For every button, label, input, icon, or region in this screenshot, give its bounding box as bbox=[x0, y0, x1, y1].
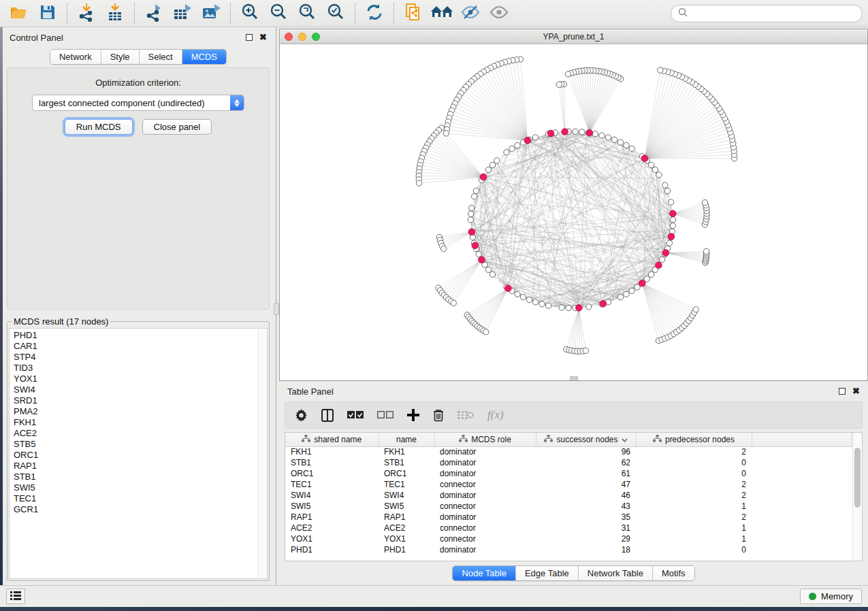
export-table-button[interactable] bbox=[169, 2, 196, 25]
splitter-handle[interactable] bbox=[274, 303, 279, 315]
mcds-result-item[interactable]: STP4 bbox=[14, 352, 267, 363]
control-panel-title: Control Panel bbox=[10, 33, 63, 43]
table-row[interactable]: ACE2ACE2connector311 bbox=[285, 523, 852, 533]
cell-predecessor_nodes: 0 bbox=[636, 468, 752, 479]
cell-predecessor_nodes: 0 bbox=[636, 544, 752, 555]
import-table-button[interactable] bbox=[101, 2, 129, 25]
mcds-list-scrollbar[interactable] bbox=[258, 329, 266, 578]
panel-splitter[interactable] bbox=[274, 27, 279, 585]
open-file-button[interactable] bbox=[5, 2, 33, 25]
cell-successor_nodes: 35 bbox=[536, 512, 636, 523]
tab-select[interactable]: Select bbox=[140, 50, 182, 64]
mcds-result-item[interactable]: CAR1 bbox=[14, 341, 267, 352]
mcds-result-item[interactable]: SRD1 bbox=[14, 395, 267, 406]
tab-node-table[interactable]: Node Table bbox=[453, 566, 516, 580]
mcds-result-item[interactable]: STB1 bbox=[14, 472, 267, 482]
tab-network-table[interactable]: Network Table bbox=[579, 566, 653, 580]
column-selector-icon[interactable] bbox=[321, 409, 334, 422]
mcds-result-item[interactable]: ORC1 bbox=[14, 450, 267, 461]
float-table-panel-icon[interactable] bbox=[839, 388, 846, 395]
column-header-shared-name[interactable]: shared name bbox=[285, 433, 379, 446]
mcds-result-item[interactable]: PMA2 bbox=[14, 406, 267, 417]
tab-mcds[interactable]: MCDS bbox=[182, 50, 226, 64]
zoom-selected-button[interactable] bbox=[322, 2, 349, 25]
table-row[interactable]: SWI5SWI5connector431 bbox=[285, 501, 852, 512]
function-builder-icon[interactable]: f(x) bbox=[487, 408, 504, 422]
table-row[interactable]: STB1STB1dominator620 bbox=[285, 457, 852, 468]
delete-column-icon[interactable] bbox=[433, 409, 444, 422]
column-header-predecessor-nodes[interactable]: predecessor nodes bbox=[636, 433, 752, 446]
mcds-result-item[interactable]: STB5 bbox=[14, 439, 267, 450]
cell-name: ACE2 bbox=[379, 523, 434, 533]
memory-button[interactable]: Memory bbox=[800, 589, 862, 604]
table-row[interactable]: RAP1RAP1dominator352 bbox=[285, 512, 852, 523]
table-row[interactable]: SWI4SWI4dominator462 bbox=[285, 490, 852, 501]
close-table-panel-icon[interactable]: ✖ bbox=[852, 388, 860, 395]
mcds-result-item[interactable]: SWI4 bbox=[14, 384, 267, 395]
mcds-result-list[interactable]: PHD1CAR1STP4TID3YOX1SWI4SRD1PMA2FKH1ACE2… bbox=[9, 328, 268, 579]
network-window-titlebar[interactable]: YPA_prune.txt_1 bbox=[280, 29, 867, 44]
column-header-MCDS-role[interactable]: MCDS role bbox=[434, 433, 536, 446]
tab-network[interactable]: Network bbox=[50, 50, 101, 64]
table-header-row: shared namenameMCDS rolesuccessor nodesp… bbox=[285, 433, 852, 446]
table-row[interactable]: YOX1YOX1connector291 bbox=[285, 533, 852, 544]
show-panels-button[interactable] bbox=[6, 589, 25, 604]
zoom-out-button[interactable] bbox=[265, 2, 292, 25]
network-graph[interactable] bbox=[280, 44, 867, 380]
mcds-result-item[interactable]: TID3 bbox=[14, 363, 267, 374]
mcds-result-item[interactable]: TEC1 bbox=[14, 493, 267, 504]
export-network-button[interactable] bbox=[140, 2, 167, 25]
deselect-all-checkboxes-icon[interactable] bbox=[377, 411, 393, 419]
tab-style[interactable]: Style bbox=[101, 50, 140, 64]
table-row[interactable]: FKH1FKH1dominator962 bbox=[285, 446, 852, 457]
canvas-resize-grip[interactable] bbox=[570, 376, 578, 380]
add-column-icon[interactable] bbox=[407, 409, 419, 421]
hide-selected-button[interactable] bbox=[457, 2, 484, 25]
table-row[interactable]: PHD1PHD1dominator180 bbox=[285, 544, 852, 555]
cell-filler bbox=[752, 468, 852, 479]
zoom-in-button[interactable] bbox=[236, 2, 263, 25]
import-network-button[interactable] bbox=[73, 2, 100, 25]
zoom-fit-icon bbox=[298, 3, 317, 24]
mcds-result-item[interactable]: SWI5 bbox=[14, 482, 267, 493]
mcds-result-item[interactable]: YOX1 bbox=[14, 374, 267, 384]
mcds-result-item[interactable]: RAP1 bbox=[14, 461, 267, 472]
toolbar-separator bbox=[355, 3, 355, 24]
cell-mcds_role: connector bbox=[434, 479, 536, 490]
search-input[interactable] bbox=[692, 9, 855, 18]
delete-table-icon[interactable] bbox=[457, 410, 474, 420]
run-mcds-button[interactable]: Run MCDS bbox=[65, 119, 133, 135]
select-all-checkboxes-icon[interactable] bbox=[347, 411, 364, 419]
mcds-result-item[interactable]: ACE2 bbox=[14, 428, 267, 439]
float-panel-icon[interactable] bbox=[246, 34, 253, 41]
tab-motifs[interactable]: Motifs bbox=[653, 566, 694, 580]
show-all-button[interactable] bbox=[485, 2, 513, 25]
cell-successor_nodes: 62 bbox=[536, 457, 636, 468]
criterion-dropdown[interactable]: largest connected component (undirected) bbox=[32, 95, 244, 111]
column-header-name[interactable]: name bbox=[379, 433, 434, 446]
mcds-result-item[interactable]: FKH1 bbox=[14, 417, 267, 428]
scrollbar-thumb[interactable] bbox=[854, 448, 861, 508]
export-image-button[interactable] bbox=[197, 2, 225, 25]
column-label: name bbox=[396, 435, 417, 444]
mcds-result-item[interactable]: PHD1 bbox=[14, 330, 267, 341]
table-row[interactable]: TEC1TEC1connector472 bbox=[285, 479, 852, 490]
table-row[interactable]: ORC1ORC1dominator610 bbox=[285, 468, 852, 479]
mcds-result-title: MCDS result (17 nodes) bbox=[12, 316, 110, 327]
refresh-view-button[interactable] bbox=[361, 2, 388, 25]
mcds-result-item[interactable]: GCR1 bbox=[14, 504, 267, 515]
clone-network-button[interactable] bbox=[400, 2, 427, 25]
first-neighbors-button[interactable] bbox=[428, 2, 455, 25]
close-panel-button[interactable]: Close panel bbox=[142, 119, 212, 135]
network-canvas[interactable] bbox=[280, 44, 867, 380]
table-vertical-scrollbar[interactable] bbox=[852, 433, 862, 561]
export-image-icon bbox=[201, 3, 221, 24]
table-settings-gear-icon[interactable] bbox=[295, 409, 308, 422]
cell-mcds_role: connector bbox=[434, 501, 536, 512]
save-session-button[interactable] bbox=[34, 2, 61, 25]
close-panel-icon[interactable]: ✖ bbox=[259, 34, 267, 41]
column-header-successor-nodes[interactable]: successor nodes bbox=[536, 433, 636, 446]
zoom-fit-button[interactable] bbox=[293, 2, 321, 25]
tab-edge-table[interactable]: Edge Table bbox=[516, 566, 579, 580]
chevron-down-icon[interactable] bbox=[622, 435, 628, 444]
